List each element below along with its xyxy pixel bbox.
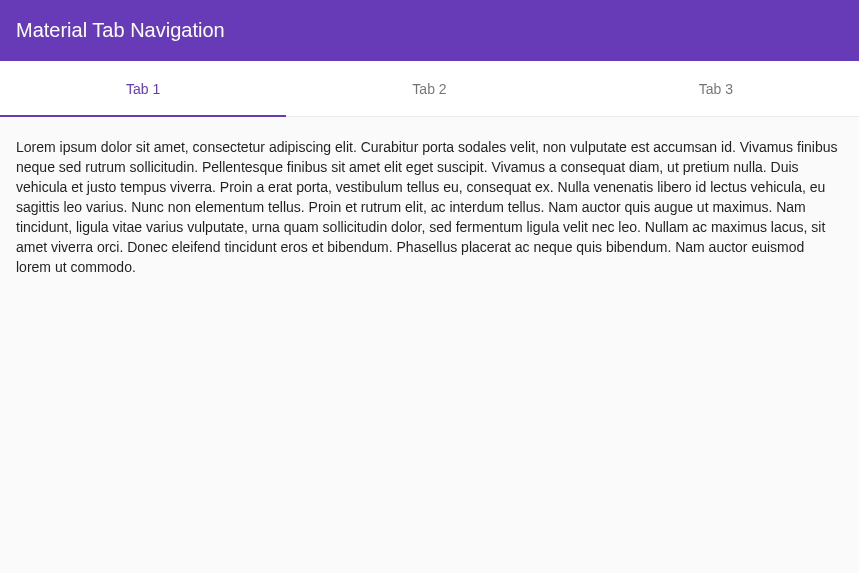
content-paragraph: Lorem ipsum dolor sit amet, consectetur … (16, 137, 843, 277)
tab-label: Tab 3 (699, 81, 733, 97)
tab-label: Tab 1 (126, 81, 160, 97)
tab-3[interactable]: Tab 3 (573, 61, 859, 116)
tab-1[interactable]: Tab 1 (0, 61, 286, 116)
tab-bar: Tab 1 Tab 2 Tab 3 (0, 61, 859, 117)
tab-content: Lorem ipsum dolor sit amet, consectetur … (0, 117, 859, 297)
app-header: Material Tab Navigation (0, 0, 859, 61)
page-title: Material Tab Navigation (16, 19, 843, 42)
tab-label: Tab 2 (412, 81, 446, 97)
tab-2[interactable]: Tab 2 (286, 61, 572, 116)
